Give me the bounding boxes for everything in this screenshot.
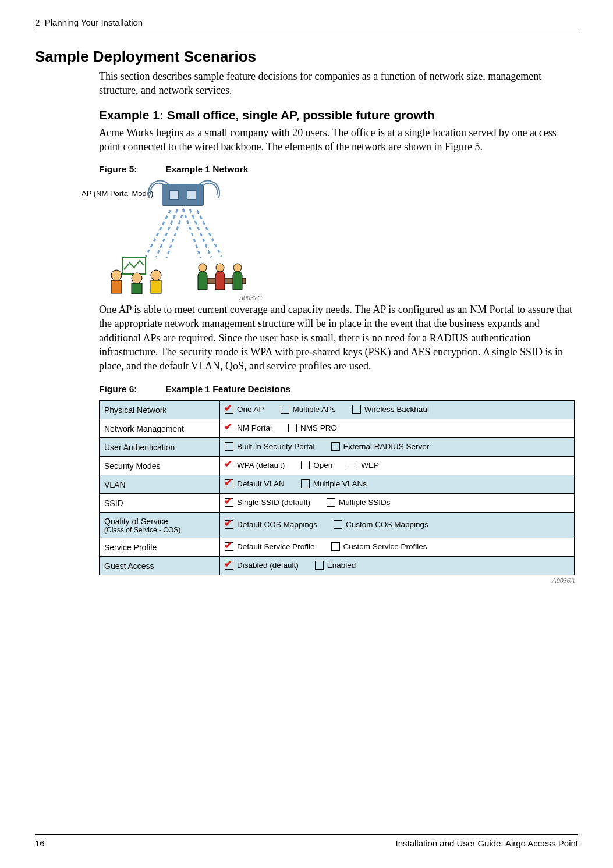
page-footer: 16 Installation and User Guide: Airgo Ac… [35,834,578,848]
svg-point-3 [132,273,142,283]
feature-option: Wireless Backhaul [352,405,429,414]
feature-option-label: Multiple APs [293,405,336,414]
feature-option: Custom COS Mappings [334,520,428,529]
section-heading: Sample Deployment Scenarios [35,48,578,66]
checkbox-empty-icon [331,442,340,451]
svg-point-5 [151,270,161,280]
table-row: User AuthenticationBuilt-In Security Por… [100,437,575,456]
checkbox-empty-icon [352,405,361,414]
feature-row-label: VLAN [100,475,220,493]
feature-decision-table: Physical NetworkOne APMultiple APsWirele… [99,400,575,575]
figure5-code: A0037C [239,294,262,303]
page-number: 16 [35,838,45,848]
feature-option: Disabled (default) [225,561,299,570]
checkbox-checked-icon [225,561,233,570]
feature-option: Open [301,461,332,469]
checkbox-empty-icon [349,461,357,469]
checkbox-checked-icon [225,461,233,469]
feature-row-options: Single SSID (default)Multiple SSIDs [220,493,575,512]
feature-option: Multiple SSIDs [327,498,391,507]
svg-point-9 [216,264,224,272]
feature-option: Default VLAN [225,479,285,488]
table-row: Guest AccessDisabled (default)Enabled [100,556,575,575]
feature-row-label: Network Management [100,419,220,437]
table-row: VLANDefault VLANMultiple VLANs [100,475,575,493]
svg-rect-2 [111,280,122,293]
table-row: Network ManagementNM PortalNMS PRO [100,419,575,437]
feature-option-label: Open [313,461,332,469]
checkbox-empty-icon [331,542,340,551]
checkbox-checked-icon [225,405,233,414]
feature-option-label: Built-In Security Portal [237,442,315,451]
checkbox-empty-icon [301,479,310,488]
figure5-diagram: AP (NM Portal Mode) [82,180,279,303]
doc-title: Installation and User Guide: Airgo Acces… [395,838,578,848]
feature-option-label: Wireless Backhaul [364,405,429,414]
svg-point-10 [233,264,242,272]
ap-mode-label: AP (NM Portal Mode) [82,189,153,198]
feature-option: One AP [225,405,264,414]
table-row: Physical NetworkOne APMultiple APsWirele… [100,400,575,419]
feature-row-options: Disabled (default)Enabled [220,556,575,575]
feature-row-label: Quality of Service(Class of Service - CO… [100,512,220,538]
user-group-icon [105,255,169,296]
feature-option-label: Multiple SSIDs [339,498,391,507]
feature-option-label: Enabled [327,561,356,570]
feature-option-label: One AP [237,405,264,414]
feature-row-label: SSID [100,493,220,512]
feature-option: WEP [349,461,379,469]
feature-option: Built-In Security Portal [225,442,315,451]
feature-option-label: NM Portal [237,424,272,432]
feature-option-label: Single SSID (default) [237,498,310,507]
checkbox-checked-icon [225,424,233,432]
feature-option: Multiple VLANs [301,479,367,488]
feature-option-label: NMS PRO [300,424,337,432]
example1-heading: Example 1: Small office, single AP, poss… [99,108,575,122]
chapter-title: Planning Your Installation [45,17,143,27]
feature-row-label: Security Modes [100,456,220,475]
table-row: SSIDSingle SSID (default)Multiple SSIDs [100,493,575,512]
figure6-caption: Figure 6: Example 1 Feature Decisions [99,384,575,394]
feature-option: NM Portal [225,424,272,432]
running-header: 2 Planning Your Installation [35,17,578,31]
checkbox-empty-icon [327,498,335,507]
feature-option-label: Default VLAN [237,479,285,488]
feature-row-options: Default COS MappingsCustom COS Mappings [220,512,575,538]
feature-option: Default COS Mappings [225,520,317,529]
feature-row-label: Physical Network [100,400,220,419]
feature-row-options: Default VLANMultiple VLANs [220,475,575,493]
feature-option: External RADIUS Server [331,442,430,451]
feature-row-options: WPA (default)OpenWEP [220,456,575,475]
feature-row-label: Service Profile [100,538,220,556]
checkbox-empty-icon [315,561,324,570]
checkbox-checked-icon [225,498,233,507]
feature-option-label: WEP [361,461,379,469]
feature-row-options: NM PortalNMS PRO [220,419,575,437]
checkbox-empty-icon [288,424,297,432]
intro-paragraph: This section describes sample feature de… [99,69,575,98]
checkbox-empty-icon [225,442,233,451]
feature-option-label: WPA (default) [237,461,285,469]
table-row: Service ProfileDefault Service ProfileCu… [100,538,575,556]
feature-option-label: Custom Service Profiles [343,542,427,551]
feature-row-options: Default Service ProfileCustom Service Pr… [220,538,575,556]
feature-option: Default Service Profile [225,542,315,551]
feature-option-label: Default COS Mappings [237,520,317,529]
feature-option: Single SSID (default) [225,498,310,507]
feature-option: Enabled [315,561,356,570]
feature-row-options: Built-In Security PortalExternal RADIUS … [220,437,575,456]
feature-option-label: Custom COS Mappings [346,520,428,529]
checkbox-checked-icon [225,479,233,488]
user-group-icon [192,255,256,296]
feature-option-label: Disabled (default) [237,561,299,570]
feature-option: NMS PRO [288,424,337,432]
figure6-code: A0036A [99,577,575,585]
feature-option-label: Default Service Profile [237,542,315,551]
figure5-title: Example 1 Network [165,164,248,174]
checkbox-empty-icon [334,520,342,529]
checkbox-checked-icon [225,520,233,529]
figure5-caption: Figure 5: Example 1 Network [99,164,575,175]
svg-rect-0 [122,258,146,274]
svg-point-1 [111,270,122,280]
table-row: Security ModesWPA (default)OpenWEP [100,456,575,475]
